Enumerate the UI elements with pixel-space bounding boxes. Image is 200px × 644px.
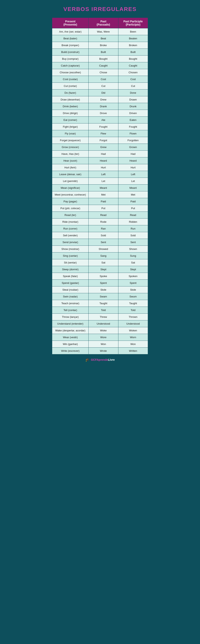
cell-participle: Fought [118,124,148,130]
cell-past: Told [89,307,118,314]
page-wrapper: VERBOS IRREGULARES Present (Presente) Pa… [50,0,150,368]
table-row: Pay (pagar)PaidPaid [52,198,148,205]
cell-present: Eat (comer) [52,117,89,124]
cell-past: Built [89,49,118,56]
cell-past: Spent [89,280,118,286]
cell-participle: Driven [118,110,148,117]
cell-present: Show (mostrar) [52,246,89,252]
cell-past: Had [89,150,118,158]
cell-participle: Sent [118,239,148,246]
cell-present: Mean (significar) [52,184,89,191]
cell-participle: Read [118,212,148,218]
table-row: Cost (custar)CostCost [52,76,148,83]
footer-brand-aprende: Aprende [97,358,108,361]
cell-present: Throw (lançar) [52,314,89,320]
footer-logo-icon: 🎓 [85,358,90,362]
cell-past: Stole [89,286,118,293]
cell-past: Showed [89,246,118,252]
cell-past: Let [89,178,118,184]
cell-present: Choose (escolher) [52,69,89,76]
table-row: Draw (desenhar)DrewDrawn [52,96,148,103]
cell-present: Write (escrever) [52,348,89,354]
cell-participle: Met [118,191,148,198]
cell-present: Beat (bater) [52,35,89,42]
table-row: Eat (comer)AteEaten [52,117,148,124]
cell-participle: Flown [118,130,148,137]
cell-participle: Grown [118,144,148,150]
cell-present: Build (construir) [52,49,89,56]
cell-past: Chose [89,69,118,76]
cell-present: Cut (cortar) [52,83,89,90]
table-row: Am, Are (ser, estar)Was, WereBeen [52,28,148,35]
cell-present: Break (romper) [52,42,89,49]
cell-past: Swam [89,293,118,300]
cell-past: Drove [89,110,118,117]
table-row: Hurt (ferir)HurtHurt [52,164,148,171]
cell-participle: Caught [118,62,148,69]
cell-present: Fight (brigar) [52,124,89,130]
cell-present: Tell (contar) [52,307,89,314]
table-row: Leave (deixar, sair)LeftLeft [52,171,148,178]
cell-participle: Understood [118,320,148,327]
cell-participle: Cut [118,83,148,90]
cell-present: Hurt (ferir) [52,164,89,171]
cell-participle: Spoken [118,273,148,280]
cell-past: Paid [89,198,118,205]
cell-participle: Thrown [118,314,148,320]
cell-present: Fly (voar) [52,130,89,137]
table-row: Read (ler)ReadRead [52,212,148,218]
cell-participle: Stole [118,286,148,293]
verbs-table: Present (Presente) Past (Passado) Past P… [52,18,148,354]
cell-participle: Shown [118,246,148,252]
cell-present: Win (ganhar) [52,341,89,348]
cell-participle: Paid [118,198,148,205]
cell-participle: Sung [118,252,148,259]
cell-past: Slept [89,266,118,273]
cell-participle: Written [118,348,148,354]
table-row: Grow (crescer)GrewGrown [52,144,148,150]
cell-participle: Let [118,178,148,184]
cell-participle: Told [118,307,148,314]
table-row: Win (ganhar)WonWon [52,341,148,348]
cell-participle: Slept [118,266,148,273]
cell-past: Taught [89,300,118,307]
header-past: Past (Passado) [89,18,118,28]
table-row: Send (enviar)SentSent [52,239,148,246]
cell-present: Ride (montar) [52,218,89,225]
cell-past: Drew [89,96,118,103]
cell-present: Understand (entender) [52,320,89,327]
table-row: Tell (contar)ToldTold [52,307,148,314]
table-row: Wear (vestir)WoreWorn [52,334,148,341]
table-row: Spend (gastar)SpentSpent [52,280,148,286]
cell-past: Rode [89,218,118,225]
cell-past: Drank [89,103,118,110]
table-row: Meet (encontrar, conhecer)MetMet [52,191,148,198]
cell-past: Sang [89,252,118,259]
cell-past: Won [89,341,118,348]
cell-participle: Bought [118,56,148,62]
cell-participle: Eaten [118,117,148,124]
cell-participle: Had [118,150,148,158]
cell-past: Put [89,205,118,212]
cell-past: Ran [89,225,118,232]
cell-past: Caught [89,62,118,69]
cell-present: Wear (vestir) [52,334,89,341]
cell-present: Put (pôr, colocar) [52,205,89,212]
cell-present: Pay (pagar) [52,198,89,205]
table-row: Break (romper)BrokeBroken [52,42,148,49]
cell-past: Grew [89,144,118,150]
cell-present: Buy (comprar) [52,56,89,62]
cell-participle: Ridden [118,218,148,225]
table-row: Run (correr)RanRun [52,225,148,232]
cell-participle: Chosen [118,69,148,76]
cell-present: Steal (roubar) [52,286,89,293]
cell-present: Hear (ouvir) [52,158,89,164]
cell-participle: Worn [118,334,148,341]
table-row: Forget (esquecer)ForgotForgotten [52,137,148,144]
cell-past: Cost [89,76,118,83]
table-row: Beat (bater)BeatBeaten [52,35,148,42]
cell-participle: Sold [118,232,148,239]
table-row: Speak (falar)SpokeSpoken [52,273,148,280]
cell-participle: Built [118,49,148,56]
cell-past: Understood [89,320,118,327]
